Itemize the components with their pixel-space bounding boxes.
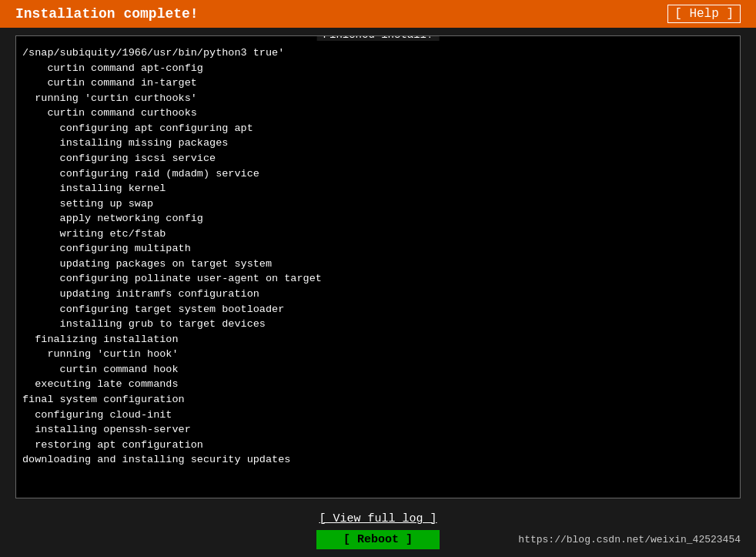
log-line: configuring multipath [22,241,734,257]
log-line: restoring apt configuration [22,438,734,453]
view-full-log-link[interactable]: [ View full log ] [319,512,437,525]
log-line: running 'curtin hook' [22,347,734,362]
log-line: updating initramfs configuration [22,287,734,302]
footer: [ View full log ] [ Reboot ] https://blo… [0,506,756,557]
log-line: running 'curtin curthooks' [22,91,734,106]
log-line: configuring iscsi service [22,151,734,166]
log-line: installing kernel [22,181,734,196]
reboot-button[interactable]: [ Reboot ] [316,530,440,549]
log-line: curtin command in-target [22,75,734,91]
log-line: installing missing packages [22,136,734,151]
log-line: downloading and installing security upda… [22,452,734,468]
log-content[interactable]: /snap/subiquity/1966/usr/bin/python3 tru… [16,36,740,498]
log-line: curtin command curthooks [22,106,734,121]
log-title: Finished install! [317,35,440,41]
log-line: writing etc/fstab [22,226,734,242]
footer-bottom: [ Reboot ] https://blog.csdn.net/weixin_… [15,530,741,549]
log-line: configuring pollinate user-agent on targ… [22,271,734,287]
log-line: final system configuration [22,392,734,408]
log-line: installing grub to target devices [22,317,734,332]
log-line: configuring apt configuring apt [22,121,734,136]
log-line: configuring raid (mdadm) service [22,166,734,182]
log-line: /snap/subiquity/1966/usr/bin/python3 tru… [22,45,734,61]
log-line: updating packages on target system [22,257,734,272]
header: Installation complete! [ Help ] [0,0,756,28]
log-line: configuring target system bootloader [22,302,734,317]
log-line: executing late commands [22,377,734,392]
main-content: Finished install! /snap/subiquity/1966/u… [0,28,756,506]
log-line: configuring cloud-init [22,408,734,423]
log-container: Finished install! /snap/subiquity/1966/u… [15,35,741,498]
log-line: setting up swap [22,196,734,212]
url-text: https://blog.csdn.net/weixin_42523454 [518,534,741,545]
help-button[interactable]: [ Help ] [667,5,741,23]
log-line: apply networking config [22,211,734,226]
log-line: curtin command hook [22,362,734,377]
log-line: finalizing installation [22,332,734,347]
log-line: curtin command apt-config [22,61,734,76]
installation-complete-title: Installation complete! [15,6,199,22]
log-line: installing openssh-server [22,422,734,438]
